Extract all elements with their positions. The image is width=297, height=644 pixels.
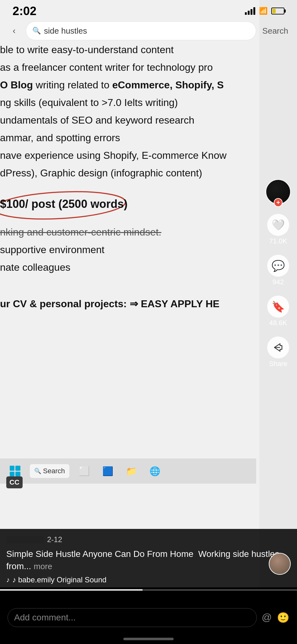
comment-input-area[interactable]: Add comment... — [8, 608, 257, 627]
win-tile-4 — [15, 472, 20, 477]
taskbar-search-icon: 🔍 — [34, 468, 41, 475]
bookmark-count: 48.6K — [269, 319, 287, 327]
windows-logo — [10, 466, 20, 476]
comment-bar: Add comment... @ 🙂 — [0, 591, 297, 644]
taskbar-zoom-icon[interactable]: 🟦 — [99, 463, 116, 480]
doc-line-9: nking and customer-centric mindset. — [0, 223, 253, 241]
price-circle: $100/ post (2500 words) — [0, 197, 127, 211]
more-link[interactable]: more — [34, 562, 52, 571]
doc-line-12: ur CV & personal projects: ⇒ EASY APPLY … — [0, 295, 253, 313]
bookmark-icon: 🔖 — [267, 296, 289, 318]
video-content: ble to write easy-to-understand content … — [0, 0, 297, 587]
search-input-wrapper[interactable]: 🔍 side hustles — [26, 21, 256, 40]
price-text: $100/ post (2500 words) — [0, 197, 127, 210]
search-icon: 🔍 — [32, 27, 41, 35]
doc-line-10: supportive environment — [0, 241, 253, 258]
wifi-icon: 📶 — [259, 7, 267, 15]
comment-placeholder: Add comment... — [14, 613, 76, 623]
status-time: 2:02 — [13, 4, 36, 18]
doc-line-3: O Blog writing related to eCommerce, Sho… — [0, 76, 253, 94]
audio-info[interactable]: ♪ ♪ babe.emily Original Sound — [6, 575, 291, 584]
bookmark-button[interactable]: 🔖 48.6K — [267, 296, 289, 327]
doc-line-7: nave experience using Shopify, E-commerc… — [0, 147, 253, 164]
share-label: Share — [269, 360, 288, 368]
taskbar-folder-icon[interactable]: 📁 — [123, 463, 140, 480]
comment-button[interactable]: 💬 942 — [267, 255, 289, 286]
like-count: 71.0K — [269, 237, 287, 245]
win-tile-3 — [10, 472, 15, 477]
search-input[interactable]: side hustles — [44, 26, 250, 36]
battery-fill — [273, 9, 276, 13]
cc-closed-caption-badge[interactable]: CC — [6, 476, 23, 488]
action-buttons: + 🤍 71.0K 💬 942 🔖 48.6K Share — [259, 173, 297, 587]
audio-label: ♪ babe.emily Original Sound — [12, 575, 106, 584]
doc-line-11: nate colleagues — [0, 258, 253, 276]
doc-line-4: ng skills (equivalent to >7.0 Ielts writ… — [0, 94, 253, 111]
taskbar-edge-icon[interactable]: 🌐 — [146, 463, 164, 480]
document-content: ble to write easy-to-understand content … — [0, 0, 259, 587]
doc-line-2: as a freelancer content writer for techn… — [0, 58, 253, 76]
user-avatar-container[interactable]: + — [266, 179, 291, 204]
signal-bar-1 — [245, 12, 247, 15]
music-note-icon: ♪ — [6, 576, 10, 584]
comment-count: 942 — [273, 278, 284, 286]
user-info-row: 2-12 — [6, 535, 291, 544]
price-section: $100/ post (2500 words) — [0, 191, 127, 217]
signal-bars-icon — [245, 7, 255, 15]
win-tile-2 — [15, 466, 20, 471]
windows-taskbar: 🔍 Search ⬜ 🟦 📁 🌐 — [0, 458, 256, 484]
doc-line-5: undamentals of SEO and keyword research — [0, 111, 253, 129]
taskbar-search-button[interactable]: 🔍 Search — [30, 464, 69, 478]
win-tile-1 — [10, 466, 15, 471]
follow-plus-badge[interactable]: + — [274, 198, 283, 207]
signal-bar-3 — [251, 9, 252, 15]
status-icons: 📶 — [245, 7, 284, 15]
doc-line-6: ammar, and spotting errors — [0, 129, 253, 147]
bottom-info-overlay: 2-12 Simple Side Hustle Anyone Can Do Fr… — [0, 529, 297, 587]
taskbar-search-text: Search — [43, 467, 65, 475]
at-mention-icon[interactable]: @ — [262, 612, 272, 623]
heart-icon: 🤍 — [267, 214, 289, 236]
back-button[interactable]: ‹ — [6, 23, 22, 39]
search-button[interactable]: Search — [260, 26, 291, 36]
signal-bar-4 — [253, 7, 255, 15]
creator-avatar[interactable] — [269, 553, 291, 575]
emoji-picker-icon[interactable]: 🙂 — [277, 612, 289, 624]
video-caption: Simple Side Hustle Anyone Can Do From Ho… — [6, 548, 291, 572]
comment-icon: 💬 — [267, 255, 289, 277]
battery-icon — [271, 8, 284, 14]
doc-line-1: ble to write easy-to-understand content — [0, 41, 253, 58]
share-icon — [267, 336, 289, 358]
search-bar-container: ‹ 🔍 side hustles Search — [0, 19, 297, 43]
like-button[interactable]: 🤍 71.0K — [267, 214, 289, 245]
post-date: 2-12 — [47, 535, 62, 544]
share-arrow-icon — [273, 342, 284, 353]
taskbar-task-view-icon[interactable]: ⬜ — [76, 463, 93, 480]
username-blurred — [6, 536, 44, 543]
doc-line-8: dPress), Graphic design (infographic con… — [0, 164, 253, 182]
signal-bar-2 — [248, 11, 250, 15]
share-button[interactable]: Share — [267, 336, 289, 368]
home-indicator — [123, 638, 174, 640]
